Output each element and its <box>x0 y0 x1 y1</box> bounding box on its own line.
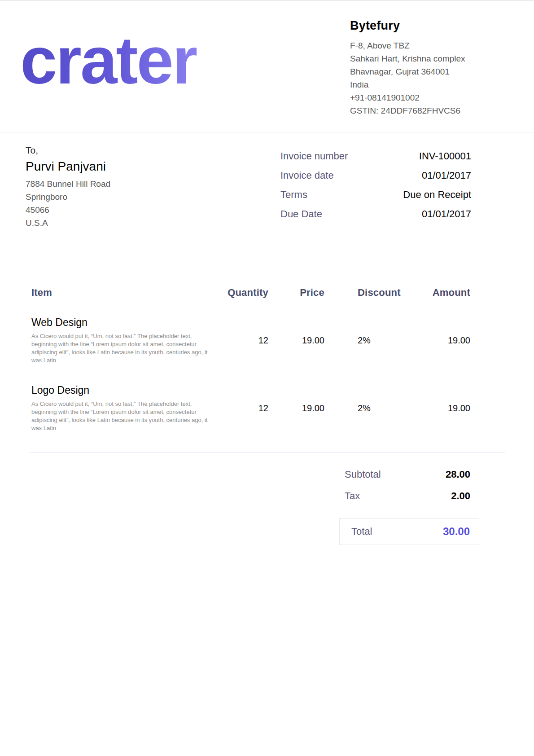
vendor-address-line: F-8, Above TBZ <box>350 39 505 52</box>
item-description: As Cicero would put it, “Um, not so fast… <box>31 332 214 365</box>
bill-to-block: To, Purvi Panjvani 7884 Bunnel Hill Road… <box>26 143 110 229</box>
tax-label: Tax <box>345 490 360 502</box>
due-date-value: 01/01/2017 <box>422 207 471 221</box>
vendor-info: Bytefury F-8, Above TBZ Sahkari Hart, Kr… <box>350 17 505 117</box>
items-table-header: Item Quantity Price Discount Amount <box>31 287 470 299</box>
vendor-phone: +91-08141901002 <box>350 91 505 104</box>
invoice-number-label: Invoice number <box>280 149 348 163</box>
subtotal-value: 28.00 <box>446 469 470 480</box>
grand-total-box: Total 30.00 <box>339 518 479 545</box>
item-discount: 2% <box>324 403 403 413</box>
bill-to-label: To, <box>26 143 110 158</box>
item-quantity: 12 <box>219 335 268 346</box>
terms-value: Due on Receipt <box>403 188 471 202</box>
subtotal-row: Subtotal 28.00 <box>345 469 470 480</box>
table-bottom-divider <box>29 452 505 453</box>
invoice-number-row: Invoice number INV-100001 <box>280 149 471 163</box>
item-amount: 19.00 <box>403 403 470 413</box>
vendor-gstin: GSTIN: 24DDF7682FHVCS6 <box>350 104 505 117</box>
invoice-page: crater Bytefury F-8, Above TBZ Sahkari H… <box>0 0 534 756</box>
tax-value: 2.00 <box>451 490 470 502</box>
invoice-number-value: INV-100001 <box>419 149 471 163</box>
vendor-address-line: India <box>350 78 505 91</box>
table-row: Logo Design As Cicero would put it, “Um,… <box>31 384 470 432</box>
terms-label: Terms <box>280 188 307 202</box>
item-cell: Logo Design As Cicero would put it, “Um,… <box>31 384 219 432</box>
total-label: Total <box>351 526 372 537</box>
item-quantity: 12 <box>219 403 268 413</box>
column-header-item: Item <box>31 287 219 299</box>
invoice-date-label: Invoice date <box>280 169 334 182</box>
column-header-price: Price <box>268 287 324 299</box>
item-name: Web Design <box>31 316 214 329</box>
item-price: 19.00 <box>268 403 324 413</box>
customer-address-line: 45066 <box>26 203 110 216</box>
vendor-name: Bytefury <box>350 19 505 33</box>
invoice-meta: Invoice number INV-100001 Invoice date 0… <box>280 143 505 229</box>
totals-section: Subtotal 28.00 Tax 2.00 Total 30.00 <box>0 469 534 545</box>
item-price: 19.00 <box>268 335 324 346</box>
invoice-date-value: 01/01/2017 <box>422 169 471 182</box>
column-header-amount: Amount <box>403 287 470 299</box>
item-cell: Web Design As Cicero would put it, “Um, … <box>31 316 219 365</box>
column-header-discount: Discount <box>324 287 403 299</box>
customer-address-line: U.S.A <box>26 216 110 229</box>
invoice-date-row: Invoice date 01/01/2017 <box>280 169 471 182</box>
crater-logo: crater <box>20 27 197 94</box>
item-discount: 2% <box>324 335 403 346</box>
item-name: Logo Design <box>31 384 214 396</box>
item-amount: 19.00 <box>403 335 470 346</box>
customer-address-line: 7884 Bunnel Hill Road <box>26 177 110 190</box>
due-date-row: Due Date 01/01/2017 <box>280 207 471 221</box>
customer-address-line: Springboro <box>26 190 110 203</box>
vendor-address-line: Sahkari Hart, Krishna complex <box>350 52 505 65</box>
column-header-quantity: Quantity <box>219 287 268 299</box>
table-row: Web Design As Cicero would put it, “Um, … <box>31 316 470 365</box>
item-description: As Cicero would put it, “Um, not so fast… <box>31 400 214 432</box>
vendor-address-line: Bhavnagar, Gujrat 364001 <box>350 65 505 78</box>
due-date-label: Due Date <box>280 207 322 221</box>
billing-section: To, Purvi Panjvani 7884 Bunnel Hill Road… <box>0 132 534 229</box>
invoice-header: crater Bytefury F-8, Above TBZ Sahkari H… <box>0 1 534 132</box>
items-table: Item Quantity Price Discount Amount Web … <box>0 287 534 432</box>
terms-row: Terms Due on Receipt <box>280 188 471 202</box>
customer-name: Purvi Panjvani <box>26 158 110 176</box>
tax-row: Tax 2.00 <box>345 490 470 502</box>
subtotal-label: Subtotal <box>345 469 381 480</box>
total-value: 30.00 <box>443 525 470 538</box>
